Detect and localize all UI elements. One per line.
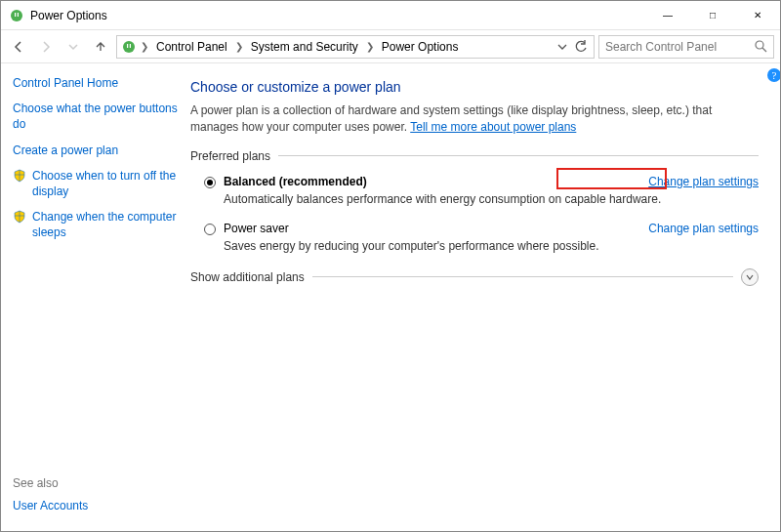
chevron-down-icon[interactable] [741, 268, 759, 286]
svg-point-6 [756, 41, 763, 49]
titlebar: Power Options — □ ✕ [1, 1, 780, 30]
breadcrumb-item[interactable]: Power Options [376, 36, 465, 58]
sidebar-link-create-plan[interactable]: Create a power plan [13, 143, 179, 158]
close-button[interactable]: ✕ [735, 1, 780, 30]
refresh-icon[interactable] [574, 40, 588, 54]
arrow-left-icon [12, 40, 25, 54]
help-icon[interactable]: ? [766, 67, 781, 83]
svg-line-7 [762, 48, 766, 52]
minimize-button[interactable]: — [645, 1, 690, 30]
svg-rect-2 [18, 13, 19, 17]
svg-rect-4 [127, 44, 128, 48]
chevron-right-icon: ❯ [364, 41, 376, 52]
see-also-label: See also [13, 476, 179, 490]
divider [312, 276, 733, 277]
plan-balanced-name[interactable]: Balanced (recommended) [224, 175, 367, 188]
chevron-down-icon [68, 42, 78, 52]
sidebar-link-computer-sleeps[interactable]: Change when the computer sleeps [32, 209, 179, 240]
svg-point-0 [11, 10, 22, 21]
plan-powersaver-radio[interactable] [204, 224, 216, 235]
power-options-icon [121, 39, 137, 55]
search-placeholder: Search Control Panel [605, 40, 717, 54]
svg-rect-5 [130, 44, 131, 48]
svg-text:?: ? [772, 69, 777, 81]
search-icon [755, 40, 767, 53]
nav-forward-button[interactable] [34, 35, 58, 59]
control-panel-home-link[interactable]: Control Panel Home [13, 75, 179, 91]
power-options-icon [9, 8, 24, 23]
chevron-right-icon: ❯ [233, 41, 245, 52]
see-also-section: See also User Accounts [13, 476, 179, 523]
sidebar-link-turn-off-display[interactable]: Choose when to turn off the display [32, 168, 179, 199]
svg-point-3 [123, 41, 135, 53]
arrow-up-icon [94, 40, 107, 54]
chevron-down-icon[interactable] [557, 42, 567, 52]
divider [278, 155, 759, 156]
breadcrumb-item[interactable]: System and Security [245, 36, 364, 58]
navbar: ❯ Control Panel ❯ System and Security ❯ … [1, 30, 780, 63]
chevron-right-icon: ❯ [139, 41, 150, 52]
see-also-user-accounts[interactable]: User Accounts [13, 498, 179, 513]
plan-powersaver-name[interactable]: Power saver [224, 222, 289, 235]
window-title: Power Options [30, 9, 107, 22]
plan-balanced-desc: Automatically balances performance with … [190, 190, 759, 218]
breadcrumb-item[interactable]: Control Panel [150, 36, 233, 58]
plan-powersaver-row: Power saver Change plan settings [190, 218, 759, 237]
plan-powersaver-desc: Saves energy by reducing your computer's… [190, 237, 759, 265]
plan-balanced-radio[interactable] [204, 177, 216, 188]
content-area: Control Panel Home Choose what the power… [1, 63, 780, 531]
preferred-plans-label: Preferred plans [190, 149, 759, 163]
svg-rect-1 [15, 13, 16, 17]
shield-icon [13, 169, 26, 183]
shield-icon [13, 210, 26, 224]
search-input[interactable]: Search Control Panel [598, 35, 774, 59]
sidebar-link-power-buttons[interactable]: Choose what the power buttons do [13, 101, 179, 132]
page-description: A power plan is a collection of hardware… [190, 102, 759, 136]
tell-me-more-link[interactable]: Tell me more about power plans [410, 120, 576, 134]
plan-balanced-row: Balanced (recommended) Change plan setti… [190, 171, 759, 190]
main-panel: ? Choose or customize a power plan A pow… [186, 63, 780, 531]
nav-up-button[interactable] [89, 35, 112, 59]
change-plan-settings-balanced[interactable]: Change plan settings [648, 175, 759, 188]
arrow-right-icon [39, 40, 53, 54]
nav-back-button[interactable] [7, 35, 30, 59]
change-plan-settings-powersaver[interactable]: Change plan settings [648, 222, 759, 235]
show-additional-plans[interactable]: Show additional plans [190, 268, 759, 286]
sidebar: Control Panel Home Choose what the power… [1, 63, 186, 531]
maximize-button[interactable]: □ [690, 1, 735, 30]
recent-locations-button[interactable] [62, 35, 85, 59]
page-title: Choose or customize a power plan [190, 79, 759, 95]
breadcrumb[interactable]: ❯ Control Panel ❯ System and Security ❯ … [116, 35, 595, 59]
